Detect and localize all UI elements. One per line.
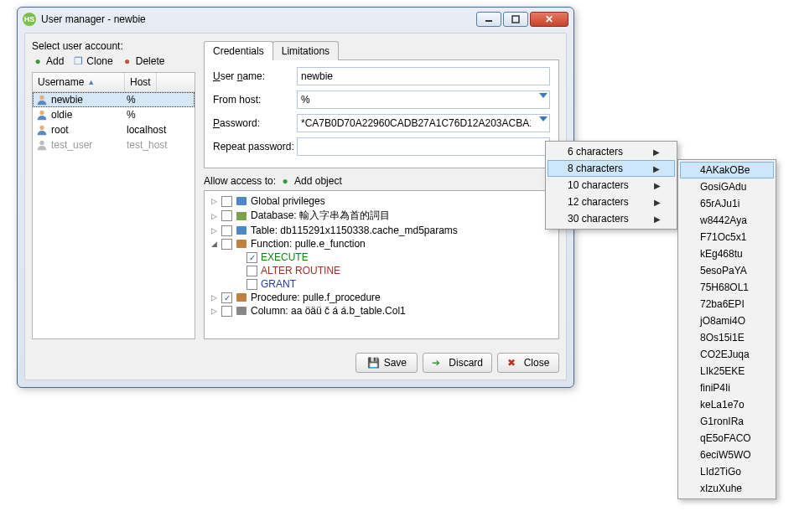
tree-label: Column: aa öäü č á á.b_table.Col1	[251, 305, 406, 317]
menu-item[interactable]: keLa1e7o	[680, 396, 774, 413]
titlebar[interactable]: HS User manager - newbie ✕	[18, 8, 573, 31]
menu-item[interactable]: 30 characters▶	[547, 210, 675, 227]
close-window-button[interactable]: ✕	[530, 12, 568, 27]
checkbox[interactable]	[247, 266, 257, 276]
fromhost-input[interactable]	[297, 90, 550, 109]
menu-item[interactable]: F71Oc5x1	[680, 229, 774, 245]
menu-item[interactable]: 65rAJu1i	[680, 195, 774, 212]
user-manager-window: HS User manager - newbie ✕ Select user a…	[17, 7, 574, 388]
delete-user-button[interactable]: ●Delete	[122, 55, 165, 67]
maximize-button[interactable]	[503, 12, 528, 27]
menu-item[interactable]: kEg468tu	[680, 245, 774, 262]
expander-icon[interactable]: ▷	[210, 226, 218, 235]
menu-item[interactable]: finiP4Ii	[680, 380, 774, 396]
user-list[interactable]: Username▲ Host newbie%oldie%rootlocalhos…	[32, 72, 195, 339]
checkbox[interactable]	[221, 306, 232, 317]
tab-credentials[interactable]: Credentials	[204, 41, 273, 60]
clone-icon: ❐	[72, 55, 84, 67]
minimize-button[interactable]	[476, 12, 501, 27]
menu-item[interactable]: CO2EJuqa	[680, 346, 774, 363]
expander-icon[interactable]: ▷	[210, 293, 218, 302]
svg-point-4	[39, 126, 44, 130]
tab-limitations[interactable]: Limitations	[272, 41, 339, 60]
allow-access-label: Allow access to:	[204, 175, 276, 187]
tree-label: GRANT	[261, 278, 296, 290]
user-icon	[36, 124, 48, 136]
tree-row[interactable]: EXECUTE	[206, 251, 557, 264]
menu-item[interactable]: 75H68OL1	[680, 279, 774, 296]
menu-item[interactable]: 4AKakOBe	[680, 162, 774, 178]
username-input[interactable]	[297, 67, 550, 85]
host-column-header[interactable]: Host	[125, 73, 157, 91]
select-account-label: Select user account:	[32, 40, 195, 52]
username-column-header[interactable]: Username▲	[33, 73, 125, 91]
menu-item[interactable]: 8 characters▶	[547, 160, 675, 177]
tree-row[interactable]: ▷Database: 輸入字串為首的詞目	[206, 208, 557, 224]
checkbox[interactable]	[221, 210, 232, 221]
svg-point-5	[39, 141, 44, 145]
menu-item[interactable]: LIk25EKE	[680, 363, 774, 380]
tree-row[interactable]: ▷Column: aa öäü č á á.b_table.Col1	[206, 304, 557, 318]
save-button[interactable]: 💾Save	[355, 353, 418, 373]
expander-icon[interactable]: ▷	[210, 212, 218, 220]
expander-icon[interactable]: ◢	[210, 240, 218, 248]
expander-icon[interactable]: ▷	[210, 197, 218, 205]
tree-label: Database: 輸入字串為首的詞目	[251, 209, 390, 223]
user-icon	[36, 109, 48, 121]
user-row[interactable]: newbie%	[33, 92, 195, 107]
repeat-password-input[interactable]	[297, 137, 550, 156]
expander-icon[interactable]: ▷	[210, 307, 218, 315]
menu-item[interactable]: LId2TiGo	[680, 463, 774, 480]
menu-item[interactable]: jO8ami4O	[680, 312, 774, 329]
menu-item[interactable]: w8442Aya	[680, 212, 774, 229]
db-icon	[236, 210, 247, 222]
password-length-menu[interactable]: 6 characters▶8 characters▶10 characters▶…	[545, 141, 677, 230]
checkbox[interactable]	[221, 292, 232, 303]
menu-item[interactable]: 6 characters▶	[547, 143, 675, 160]
add-object-link[interactable]: Add object	[294, 175, 342, 187]
checkbox[interactable]	[247, 279, 257, 290]
checkbox[interactable]	[221, 239, 232, 250]
user-row[interactable]: oldie%	[33, 107, 195, 122]
clone-user-button[interactable]: ❐Clone	[72, 55, 112, 67]
menu-item[interactable]: 8Os15i1E	[680, 329, 774, 346]
user-row[interactable]: test_usertest_host	[33, 137, 195, 152]
svg-rect-11	[236, 307, 247, 315]
password-label: Password:	[213, 117, 297, 129]
chevron-down-icon	[539, 116, 547, 121]
user-row[interactable]: rootlocalhost	[33, 122, 195, 137]
tree-row[interactable]: GRANT	[206, 277, 557, 291]
tree-row[interactable]: ALTER ROUTINE	[206, 264, 557, 277]
svg-point-2	[39, 96, 44, 100]
menu-item[interactable]: 72ba6EPI	[680, 296, 774, 312]
close-button[interactable]: ✖Close	[497, 353, 559, 373]
repeat-password-label: Repeat password:	[213, 141, 297, 152]
sort-asc-icon: ▲	[87, 78, 95, 86]
tree-row[interactable]: ▷Table: db115291x1150338.cache_md5params	[206, 224, 557, 237]
menu-item[interactable]: 6eciW5WO	[680, 447, 774, 463]
password-dropdown-button[interactable]	[539, 116, 547, 121]
fromhost-label: From host:	[213, 94, 297, 106]
checkbox[interactable]	[247, 252, 257, 263]
plus-icon: ●	[279, 175, 291, 187]
checkbox[interactable]	[221, 225, 232, 236]
tree-row[interactable]: ◢Function: pulle.e_function	[206, 237, 557, 251]
privilege-tree[interactable]: ▷Global privileges▷Database: 輸入字串為首的詞目▷T…	[204, 190, 559, 339]
add-user-button[interactable]: ●Add	[32, 55, 64, 67]
menu-item[interactable]: qE5oFACO	[680, 430, 774, 447]
menu-item[interactable]: GosiGAdu	[680, 178, 774, 195]
func-icon	[236, 238, 247, 250]
menu-item[interactable]: 5esoPaYA	[680, 262, 774, 279]
fromhost-dropdown-button[interactable]	[539, 93, 547, 98]
menu-item[interactable]: xIzuXuhe	[680, 480, 774, 497]
username-label: User name:	[213, 70, 297, 82]
menu-item[interactable]: 12 characters▶	[547, 194, 675, 210]
password-input[interactable]	[297, 114, 550, 132]
menu-item[interactable]: 10 characters▶	[547, 177, 675, 194]
discard-button[interactable]: ➔Discard	[423, 353, 492, 373]
password-suggestions-menu[interactable]: 4AKakOBeGosiGAdu65rAJu1iw8442AyaF71Oc5x1…	[677, 159, 776, 499]
menu-item[interactable]: G1ronIRa	[680, 413, 774, 430]
checkbox[interactable]	[221, 196, 232, 207]
tree-row[interactable]: ▷Procedure: pulle.f_procedure	[206, 291, 557, 304]
tree-row[interactable]: ▷Global privileges	[206, 194, 557, 208]
